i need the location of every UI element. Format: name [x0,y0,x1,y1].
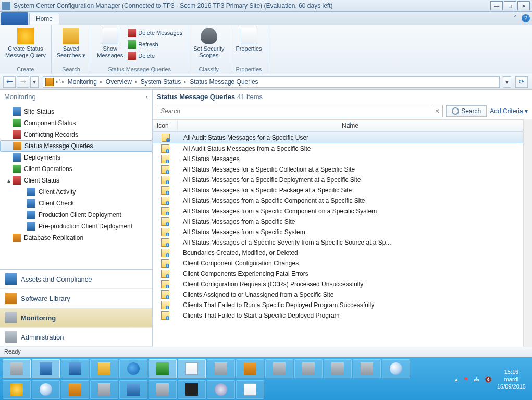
query-icon [161,249,169,257]
list-row[interactable]: All Status Messages from a Specific Syst… [153,227,523,237]
taskbar-folder[interactable] [90,359,118,378]
list-row[interactable]: All Status Messages from a Specific Site [153,216,523,227]
taskbar-mag[interactable] [32,380,60,399]
refresh-nav-button[interactable]: ⟳ [515,76,528,88]
taskbar-app5[interactable] [353,359,381,378]
taskbar-disc[interactable] [207,380,235,399]
file-menu-button[interactable] [1,12,28,25]
tree-item-client-operations[interactable]: Client Operations [0,163,152,175]
taskbar-shield[interactable] [61,380,89,399]
help-icon[interactable]: ? [522,14,530,22]
nav-collapse-icon[interactable]: ‹ [146,93,148,101]
nav-header: Monitoring ‹ [0,90,152,104]
taskbar-sql[interactable] [236,359,264,378]
delete-messages-button[interactable]: Delete Messages [126,28,184,38]
create-status-message-query-button[interactable]: Create Status Message Query [3,27,48,60]
tree-item-pre-production-client-deployment[interactable]: Pre-production Client Deployment [0,221,152,232]
tree-icon [13,107,21,116]
list-row[interactable]: All Status Messages of a Specific Severi… [153,237,523,248]
tree-item-status-message-queries[interactable]: Status Message Queries [0,140,152,152]
tree-item-client-check[interactable]: Client Check [0,198,152,209]
tree-item-component-status[interactable]: Component Status [0,117,152,129]
taskbar-app4[interactable] [324,359,352,378]
workspace-assets-and-compliance[interactable]: Assets and Compliance [0,270,152,289]
taskbar-perfmon[interactable] [178,359,206,378]
col-name[interactable]: ▲ Name [178,120,523,131]
tray-flag-icon[interactable]: ⚑ [463,376,468,383]
tray-up-icon[interactable]: ▴ [455,376,458,383]
properties-button[interactable]: Properties [233,27,265,53]
clear-search-button[interactable]: ✕ [431,105,442,117]
close-button[interactable]: ✕ [517,1,530,10]
tree-item-client-activity[interactable]: Client Activity [0,186,152,198]
minimize-button[interactable]: — [490,1,503,10]
taskbar-bell[interactable] [3,380,31,399]
list-row[interactable]: All Audit Status Messages for a Specific… [153,132,523,143]
maximize-button[interactable]: □ [504,1,516,10]
list-row[interactable]: All Audit Status Messages from a Specifi… [153,143,523,154]
workspace-monitoring[interactable]: Monitoring [0,308,152,328]
delete-button[interactable]: Delete [126,51,184,61]
saved-searches-button[interactable]: Saved Searches ▾ [55,27,88,60]
statusbar: Ready [0,347,532,357]
list-row[interactable]: All Status Messages [153,154,523,164]
query-icon [161,165,169,174]
ribbon-minimize-icon[interactable]: ˄ [511,14,519,22]
search-input[interactable] [157,105,431,117]
taskbar-app1[interactable] [149,359,177,378]
tree-item-conflicting-records[interactable]: Conflicting Records [0,129,152,140]
list-row[interactable]: Boundaries Created, Modified, or Deleted [153,248,523,258]
list-row[interactable]: Client Components Experiencing Fatal Err… [153,269,523,279]
taskbar-search[interactable] [382,359,410,378]
tray-volume-icon[interactable]: 🔇 [485,376,492,383]
tree-item-database-replication[interactable]: Database Replication [0,232,152,244]
breadcrumb-dropdown-button[interactable]: ▾ [503,76,511,88]
taskbar-users[interactable] [149,380,177,399]
list-row[interactable]: All Status Messages from a Specific Comp… [153,206,523,216]
taskbar-cmd[interactable] [178,380,206,399]
taskbar-servers[interactable] [294,359,323,378]
col-icon[interactable]: Icon [153,120,178,131]
breadcrumb[interactable]: ▸\▸ Monitoring▸ Overview▸ System Status▸… [43,76,500,88]
taskbar-powershell[interactable] [61,359,89,378]
scrollbar[interactable] [523,119,532,347]
show-messages-button[interactable]: Show Messages [94,27,126,65]
list-row[interactable]: All Status Messages for a Specific Colle… [153,164,523,175]
list-body[interactable]: All Audit Status Messages for a Specific… [153,132,523,347]
system-tray[interactable]: ▴ ⚑ 🖧 🔇 15:16 mardi 15/09/2015 [451,368,530,390]
list-row[interactable]: All Status Messages for a Specific Deplo… [153,175,523,185]
workspace-administration[interactable]: Administration [0,328,152,347]
taskbar-app6[interactable] [90,380,118,399]
taskbar-check[interactable] [119,380,147,399]
list-row[interactable]: All Status Messages from a Specific Comp… [153,196,523,206]
search-box: ✕ [157,105,443,117]
list-row[interactable]: Client Configuration Requests (CCRs) Pro… [153,279,523,289]
list-row[interactable]: Clients That Failed to Start a Specific … [153,310,523,321]
tree-item-deployments[interactable]: Deployments [0,152,152,163]
back-button[interactable]: 🡐 [3,76,16,88]
taskbar-app2[interactable] [207,359,235,378]
tab-home[interactable]: Home [29,13,59,25]
nav-dropdown-button[interactable]: ▾ [30,76,39,88]
search-button[interactable]: Search [446,105,487,117]
taskbar-mail[interactable] [236,380,264,399]
taskbar-explorer[interactable] [32,359,60,378]
list-row[interactable]: Client Component Configuration Changes [153,258,523,269]
forward-button[interactable]: 🡒 [17,76,29,88]
add-criteria-button[interactable]: Add Criteria ▾ [490,107,528,115]
workspace-software-library[interactable]: Software Library [0,289,152,308]
taskbar-server-manager[interactable] [3,359,31,378]
taskbar-app3[interactable] [265,359,293,378]
list-row[interactable]: Clients That Failed to Run a Specific De… [153,300,523,310]
refresh-button[interactable]: Refresh [126,39,184,50]
list-row[interactable]: All Status Messages for a Specific Packa… [153,185,523,196]
tray-network-icon[interactable]: 🖧 [474,376,479,382]
list-row[interactable]: Clients Assigned to or Unassigned from a… [153,289,523,300]
tree-item-client-status[interactable]: ▲Client Status [0,175,152,186]
tray-clock[interactable]: 15:16 mardi 15/09/2015 [497,368,526,390]
tree-item-site-status[interactable]: Site Status [0,106,152,117]
tree-item-production-client-deployment[interactable]: Production Client Deployment [0,209,152,221]
set-security-scopes-button[interactable]: Set Security Scopes [191,27,226,60]
query-icon [161,311,169,320]
taskbar-ie[interactable] [119,359,147,378]
